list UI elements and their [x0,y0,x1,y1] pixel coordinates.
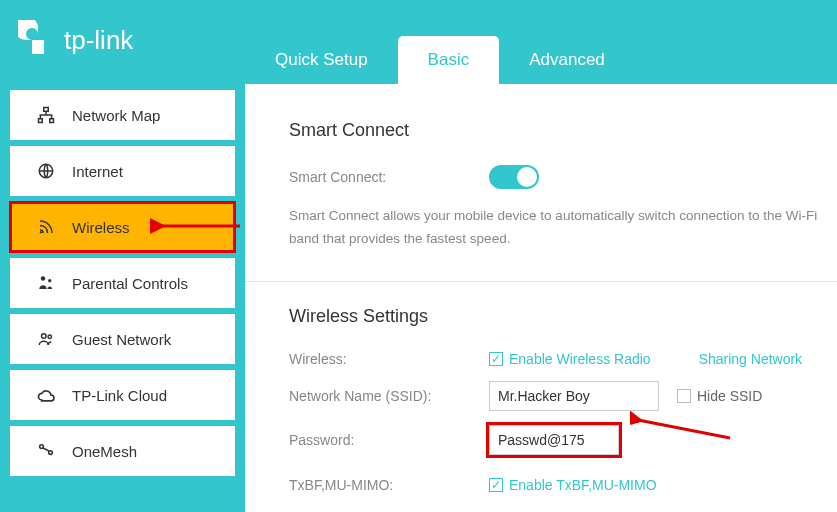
sidebar: Network Map Internet Wireless Parental C… [0,84,245,512]
sidebar-item-internet[interactable]: Internet [10,146,235,196]
password-input[interactable] [489,425,619,455]
sidebar-item-label: Wireless [72,219,130,236]
tab-basic[interactable]: Basic [398,36,500,84]
top-tabs: Quick Setup Basic Advanced [245,0,635,84]
tab-quick-setup[interactable]: Quick Setup [245,36,398,84]
svg-point-5 [41,276,46,281]
svg-point-4 [40,231,42,233]
sidebar-item-guest-network[interactable]: Guest Network [10,314,235,364]
svg-rect-0 [44,108,49,112]
cloud-icon [32,386,60,404]
svg-point-7 [42,334,47,339]
smart-connect-label: Smart Connect: [289,169,489,185]
tab-advanced-label: Advanced [529,50,605,69]
hide-ssid-checkbox[interactable]: Hide SSID [677,388,762,404]
password-label: Password: [289,432,489,448]
ssid-label: Network Name (SSID): [289,388,489,404]
checkbox-empty-icon [677,389,691,403]
sitemap-icon [32,106,60,124]
sidebar-item-network-map[interactable]: Network Map [10,90,235,140]
svg-rect-2 [50,119,54,123]
brand-logo: tp-link [0,20,245,84]
check-icon: ✓ [489,478,503,492]
mesh-icon [32,442,60,460]
sidebar-item-tplink-cloud[interactable]: TP-Link Cloud [10,370,235,420]
parental-icon [32,274,60,292]
enable-wireless-radio-checkbox[interactable]: ✓ Enable Wireless Radio [489,351,651,367]
txbf-label: TxBF,MU-MIMO: [289,477,489,493]
main-content: Smart Connect Smart Connect: Smart Conne… [245,84,837,512]
enable-txbf-label: Enable TxBF,MU-MIMO [509,477,657,493]
ssid-input[interactable] [489,381,659,411]
brand-text: tp-link [64,25,133,56]
sidebar-item-onemesh[interactable]: OneMesh [10,426,235,476]
top-bar: tp-link Quick Setup Basic Advanced [0,0,837,84]
sidebar-item-label: Guest Network [72,331,171,348]
tab-quick-setup-label: Quick Setup [275,50,368,69]
smart-connect-toggle[interactable] [489,165,539,189]
smart-connect-description: Smart Connect allows your mobile device … [289,205,837,251]
sidebar-item-label: Internet [72,163,123,180]
svg-point-9 [40,445,44,449]
check-icon: ✓ [489,352,503,366]
hide-ssid-label: Hide SSID [697,388,762,404]
sidebar-item-wireless[interactable]: Wireless [10,202,235,252]
wifi-icon [32,218,60,236]
enable-wireless-radio-label: Enable Wireless Radio [509,351,651,367]
tab-basic-label: Basic [428,50,470,69]
svg-rect-1 [39,119,43,123]
sidebar-item-label: TP-Link Cloud [72,387,167,404]
svg-point-6 [48,279,51,282]
wireless-label: Wireless: [289,351,489,367]
enable-txbf-checkbox[interactable]: ✓ Enable TxBF,MU-MIMO [489,477,657,493]
svg-point-8 [48,335,51,338]
globe-icon [32,162,60,180]
wireless-settings-title: Wireless Settings [289,306,837,327]
tab-advanced[interactable]: Advanced [499,36,635,84]
sidebar-item-parental-controls[interactable]: Parental Controls [10,258,235,308]
sidebar-item-label: Network Map [72,107,160,124]
sidebar-item-label: OneMesh [72,443,137,460]
section-divider [245,281,837,282]
tplink-logo-icon [18,20,58,60]
sharing-network-link[interactable]: Sharing Network [699,351,803,367]
sidebar-item-label: Parental Controls [72,275,188,292]
svg-point-10 [49,451,53,455]
smart-connect-title: Smart Connect [289,120,837,141]
guest-icon [32,330,60,348]
